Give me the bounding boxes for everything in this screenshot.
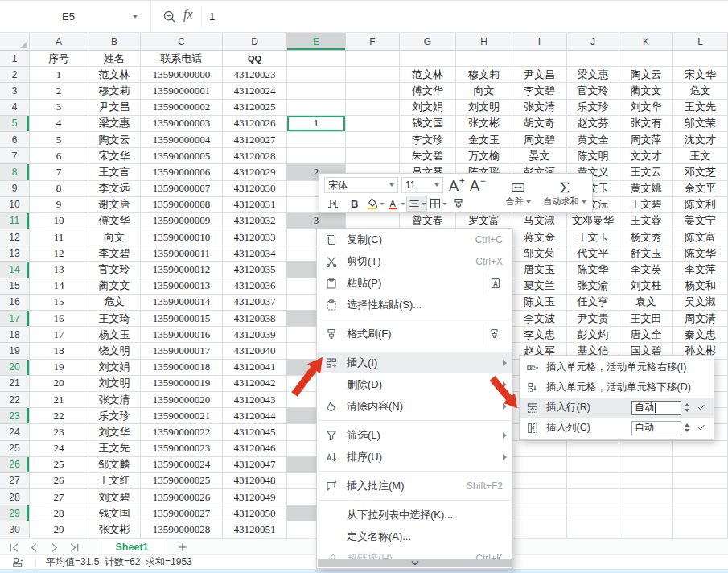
cell-J7[interactable]: 陈文明 — [567, 148, 619, 164]
cell-J27[interactable] — [567, 473, 619, 489]
cell-B7[interactable]: 宋文华 — [88, 148, 141, 164]
cell-D25[interactable]: 43120046 — [223, 441, 287, 457]
first-sheet-icon[interactable] — [8, 542, 20, 553]
cell-L7[interactable]: 王文 — [673, 148, 728, 164]
cell-B22[interactable]: 张文清 — [88, 392, 141, 408]
cell-A18[interactable]: 17 — [30, 327, 88, 343]
cell-K6[interactable]: 周文萍 — [619, 132, 673, 148]
cell-K7[interactable]: 文文才 — [619, 148, 673, 164]
decrease-font-button[interactable]: A− — [467, 177, 487, 193]
cell-K14[interactable]: 李文英 — [619, 262, 673, 278]
column-header-F[interactable]: F — [346, 33, 400, 51]
cell-I15[interactable]: 夏文兰 — [512, 278, 567, 295]
row-header-4[interactable]: 4 — [0, 100, 30, 116]
cell-D13[interactable]: 43120034 — [223, 245, 287, 262]
cell-A6[interactable]: 5 — [30, 132, 88, 148]
cell-K5[interactable]: 张文有 — [619, 116, 673, 132]
menu-item-insert-comment[interactable]: 插入批注(M)Shift+F2 — [317, 475, 512, 497]
cell-B28[interactable]: 刘文碧 — [88, 489, 141, 505]
column-header-L[interactable]: L — [673, 33, 728, 51]
cell-I14[interactable]: 唐文玉 — [512, 262, 567, 278]
row-header-18[interactable]: 18 — [0, 327, 30, 343]
cell-C3[interactable]: 13590000001 — [141, 83, 223, 99]
cell-B20[interactable]: 刘文娟 — [88, 360, 141, 376]
cell-I29[interactable] — [512, 505, 567, 521]
cell-L18[interactable]: 秦文忠 — [673, 327, 728, 343]
cell-A12[interactable]: 11 — [30, 229, 88, 245]
cell-C2[interactable]: 13590000000 — [141, 67, 223, 83]
cell-J13[interactable]: 代文平 — [567, 245, 619, 262]
menu-item-insert[interactable]: 插入(I) — [317, 352, 512, 373]
row-header-17[interactable]: 17 — [0, 311, 30, 327]
prev-sheet-icon[interactable] — [28, 542, 40, 553]
cell-E7[interactable] — [287, 148, 346, 164]
cell-A23[interactable]: 22 — [30, 408, 88, 424]
cell-C12[interactable]: 13590000010 — [141, 229, 223, 245]
cell-C6[interactable]: 13590000004 — [141, 132, 223, 148]
row-header-13[interactable]: 13 — [0, 245, 30, 262]
cell-D3[interactable]: 43120024 — [223, 83, 287, 99]
menu-item-format-painter[interactable]: 格式刷(F) — [317, 323, 512, 344]
font-size-select[interactable]: 11 — [401, 177, 443, 193]
row-header-19[interactable]: 19 — [0, 343, 30, 359]
paste-format-icon[interactable] — [483, 273, 508, 294]
cell-G5[interactable]: 钱文国 — [400, 116, 456, 132]
cell-C27[interactable]: 13590000025 — [141, 473, 223, 489]
cell-K8[interactable]: 王文云 — [619, 164, 673, 180]
cell-K4[interactable]: 刘文华 — [619, 100, 673, 116]
cell-B23[interactable]: 乐文珍 — [88, 408, 141, 424]
submenu-item-insert-col[interactable]: 插入列(C)自动 — [520, 418, 714, 438]
check-icon[interactable] — [697, 402, 707, 413]
cell-K27[interactable] — [619, 473, 673, 489]
cell-A19[interactable]: 18 — [30, 343, 88, 359]
cell-H4[interactable]: 刘文明 — [456, 100, 512, 116]
cell-D10[interactable]: 43120031 — [223, 197, 287, 213]
row-header-21[interactable]: 21 — [0, 376, 30, 392]
menu-item-cut[interactable]: 剪切(T)Ctrl+X — [317, 250, 512, 272]
cell-C21[interactable]: 13590000019 — [141, 376, 223, 392]
cell-J17[interactable]: 尹文贵 — [567, 311, 619, 327]
row-header-30[interactable]: 30 — [0, 521, 30, 538]
cell-I7[interactable]: 晏文 — [512, 148, 567, 164]
cell-K15[interactable]: 刘文桂 — [619, 278, 673, 295]
cell-L28[interactable] — [673, 489, 728, 505]
cell-D6[interactable]: 43120027 — [223, 132, 287, 148]
cell-I13[interactable]: 邹文菊 — [512, 245, 567, 262]
cell-A28[interactable]: 27 — [30, 489, 88, 505]
borders-icon[interactable] — [427, 196, 448, 212]
cell-K17[interactable]: 王文田 — [619, 311, 673, 327]
cell-F7[interactable] — [346, 148, 400, 164]
column-header-A[interactable]: A — [30, 33, 88, 51]
cell-I2[interactable]: 尹文昌 — [512, 67, 567, 83]
column-header-I[interactable]: I — [512, 33, 567, 51]
cell-C1[interactable]: 联系电话 — [141, 51, 223, 67]
cell-D27[interactable]: 43120048 — [223, 473, 287, 489]
cell-I1[interactable] — [512, 51, 567, 67]
cell-I4[interactable]: 张文清 — [512, 100, 567, 116]
column-header-K[interactable]: K — [619, 33, 673, 51]
align-icon[interactable] — [406, 196, 427, 212]
last-sheet-icon[interactable] — [68, 542, 80, 553]
submenu-item-insert-cells-right[interactable]: 插入单元格，活动单元格右移(I) — [520, 357, 714, 377]
selection-stats-icon[interactable] — [11, 556, 24, 569]
cell-F3[interactable] — [346, 83, 400, 99]
cell-C19[interactable]: 13590000017 — [141, 343, 223, 359]
cell-G6[interactable]: 李文珍 — [400, 132, 456, 148]
cell-J2[interactable]: 梁文惠 — [567, 67, 619, 83]
cell-K1[interactable] — [619, 51, 673, 67]
row-header-3[interactable]: 3 — [0, 83, 30, 99]
cell-D20[interactable]: 43120041 — [223, 360, 287, 376]
cell-B26[interactable]: 邹文麟 — [88, 457, 141, 473]
cell-B9[interactable]: 李文远 — [88, 181, 141, 197]
painter-plus-icon[interactable] — [483, 324, 508, 344]
cell-B15[interactable]: 蔺文文 — [88, 278, 141, 295]
cell-C28[interactable]: 13590000026 — [141, 489, 223, 505]
cell-C30[interactable]: 13590000028 — [141, 521, 223, 538]
cell-J12[interactable]: 王文玉 — [567, 229, 619, 245]
cell-B1[interactable]: 姓名 — [88, 51, 141, 67]
row-header-10[interactable]: 10 — [0, 197, 30, 213]
font-color-icon[interactable]: A — [385, 196, 406, 212]
cell-L1[interactable] — [673, 51, 728, 67]
menu-item-clear-contents[interactable]: 清除内容(N) — [317, 395, 512, 417]
cell-C23[interactable]: 13590000021 — [141, 408, 223, 424]
